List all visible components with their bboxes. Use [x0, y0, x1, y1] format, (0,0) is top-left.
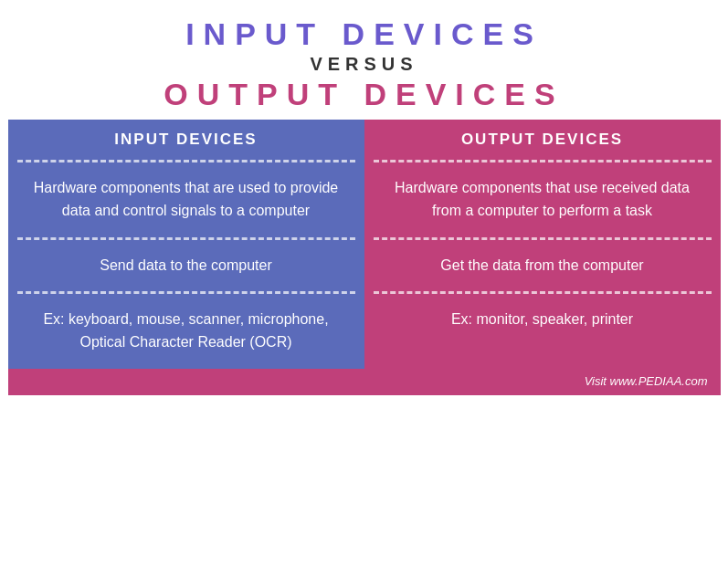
header-section: INPUT DEVICES VERSUS OUTPUT DEVICES	[0, 0, 728, 120]
content-row-2: Send data to the computer Get the data f…	[8, 240, 721, 292]
row1-left-cell: Hardware components that are used to pro…	[8, 162, 364, 237]
footer-row: Visit www.PEDIAA.com	[8, 369, 721, 395]
row2-left-text: Send data to the computer	[100, 255, 272, 278]
input-devices-title: INPUT DEVICES	[0, 16, 728, 52]
row1-right-text: Hardware components that use received da…	[383, 177, 702, 223]
versus-text: VERSUS	[0, 54, 728, 75]
row2-right-text: Get the data from the computer	[440, 255, 643, 278]
row3-right-cell: Ex: monitor, speaker, printer	[364, 294, 721, 369]
row2-right-cell: Get the data from the computer	[364, 240, 721, 292]
output-devices-title: OUTPUT DEVICES	[0, 77, 728, 112]
col-left-header: INPUT DEVICES	[8, 120, 364, 160]
row2-left-cell: Send data to the computer	[8, 240, 364, 292]
row3-left-cell: Ex: keyboard, mouse, scanner, microphone…	[8, 294, 364, 369]
row1-right-cell: Hardware components that use received da…	[364, 162, 721, 237]
table-header-row: INPUT DEVICES OUTPUT DEVICES	[8, 120, 721, 160]
col-right-header: OUTPUT DEVICES	[364, 120, 721, 160]
row1-left-text: Hardware components that are used to pro…	[26, 177, 346, 223]
comparison-table: INPUT DEVICES OUTPUT DEVICES Hardware co…	[8, 120, 721, 369]
content-row-1: Hardware components that are used to pro…	[8, 162, 721, 237]
content-row-3: Ex: keyboard, mouse, scanner, microphone…	[8, 294, 721, 369]
footer-note: Visit www.PEDIAA.com	[8, 374, 708, 388]
row3-right-text: Ex: monitor, speaker, printer	[451, 309, 633, 331]
row3-left-text: Ex: keyboard, mouse, scanner, microphone…	[26, 309, 346, 354]
